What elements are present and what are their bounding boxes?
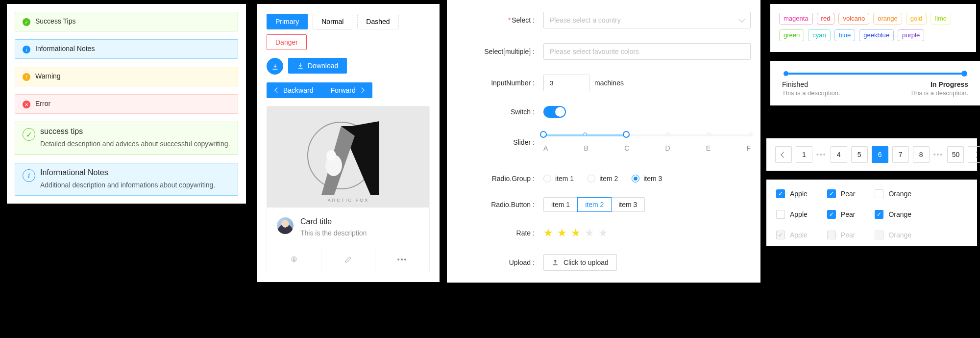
checkbox-orange[interactable]: Orange: [875, 189, 911, 198]
dashed-button[interactable]: Dashed: [357, 14, 398, 29]
card-action-settings[interactable]: [267, 247, 321, 272]
chevron-left-icon: [781, 152, 787, 158]
checkbox-pear[interactable]: ✓Pear: [827, 210, 856, 219]
slider-handle-end[interactable]: [623, 131, 630, 138]
alert-warning: ! Warning: [15, 67, 238, 86]
input-number-suffix: machines: [594, 79, 624, 87]
svg-rect-0: [268, 106, 429, 208]
page-7[interactable]: 7: [892, 146, 909, 163]
upload-icon: [552, 259, 559, 266]
star-icon[interactable]: ★: [557, 227, 567, 239]
alert-message: Error: [35, 100, 50, 107]
star-icon[interactable]: ★: [571, 227, 581, 239]
checkbox-pear[interactable]: ✓Pear: [827, 189, 856, 198]
checkbox-pear-disabled: Pear: [827, 231, 856, 239]
card-actions: •••: [267, 247, 429, 272]
switch[interactable]: [543, 106, 566, 118]
tag-magenta[interactable]: magenta: [779, 13, 813, 25]
tag-volcano[interactable]: volcano: [838, 13, 869, 25]
select-colors[interactable]: Please select favourite colors: [543, 43, 751, 60]
info-circle-icon: i: [23, 169, 35, 182]
upload-button[interactable]: Click to upload: [543, 254, 617, 271]
radio-item-3[interactable]: item 3: [632, 175, 662, 182]
radio-item-1[interactable]: item 1: [543, 175, 574, 182]
alert-success-with-description: ✓ success tips Detailed description and …: [15, 122, 238, 155]
star-icon[interactable]: ★: [543, 227, 553, 239]
primary-button[interactable]: Primary: [267, 14, 308, 29]
checkbox-orange-disabled: Orange: [875, 231, 911, 239]
form-label-radiobutton: Radio.Button: [457, 201, 538, 208]
checkbox-panel: ✓Apple ✓Pear Orange Apple ✓Pear ✓Orange …: [766, 180, 977, 246]
tag-green[interactable]: green: [779, 29, 804, 41]
radio-button-item-3[interactable]: item 3: [611, 198, 644, 211]
backward-button[interactable]: Backward: [267, 82, 322, 98]
radio-button-item-1[interactable]: item 1: [544, 198, 578, 211]
page-8[interactable]: 8: [913, 146, 930, 163]
check-circle-icon: ✓: [23, 18, 30, 26]
card-action-more[interactable]: •••: [375, 247, 429, 272]
alert-message: Warning: [35, 72, 61, 80]
check-circle-icon: ✓: [23, 128, 35, 141]
step-in-progress: In Progress This is a description.: [910, 80, 969, 97]
slider-handle-start[interactable]: [540, 131, 547, 138]
alert-description: Additional description and informations …: [40, 180, 215, 191]
form-label-slider: Slider: [457, 138, 538, 146]
download-icon-button[interactable]: [267, 58, 283, 75]
close-circle-icon: ✕: [23, 101, 30, 108]
page-next[interactable]: [968, 146, 980, 163]
form-label-select: * Select: [457, 16, 538, 24]
alert-error: ✕ Error: [15, 94, 238, 114]
edit-icon: [344, 256, 352, 263]
forward-button[interactable]: Forward: [322, 82, 372, 98]
card-action-edit[interactable]: [321, 247, 376, 272]
tag-geekblue[interactable]: geekblue: [859, 29, 894, 41]
slider-mark: F: [746, 144, 751, 152]
page-50[interactable]: 50: [947, 146, 964, 163]
form-label-radiogroup: Radio.Group: [457, 175, 538, 182]
checkbox-apple[interactable]: ✓Apple: [776, 189, 808, 198]
tag-blue[interactable]: blue: [834, 29, 856, 41]
select-country[interactable]: Please select a country: [543, 12, 751, 28]
download-button[interactable]: Download: [288, 58, 347, 74]
default-button[interactable]: Normal: [313, 14, 352, 29]
svg-point-3: [326, 150, 336, 161]
tag-orange[interactable]: orange: [873, 13, 902, 25]
tag-gold[interactable]: gold: [906, 13, 927, 25]
download-icon: [271, 63, 279, 70]
avatar: [277, 217, 294, 234]
page-1[interactable]: 1: [796, 146, 812, 163]
radio-item-2[interactable]: item 2: [588, 175, 618, 182]
exclamation-circle-icon: !: [23, 73, 30, 81]
danger-button[interactable]: Danger: [267, 34, 307, 50]
slider-mark: B: [584, 144, 588, 152]
page-5[interactable]: 5: [851, 146, 868, 163]
checkbox-apple[interactable]: Apple: [776, 210, 808, 219]
input-number[interactable]: [543, 75, 589, 91]
form-label-inputnumber: InputNumber: [457, 79, 538, 87]
star-icon[interactable]: ★: [585, 227, 594, 239]
page-ellipsis[interactable]: •••: [816, 151, 827, 158]
alert-title: Informational Notes: [40, 168, 215, 177]
star-icon[interactable]: ★: [598, 227, 608, 239]
tag-lime[interactable]: lime: [931, 13, 951, 25]
page-prev[interactable]: [775, 146, 792, 163]
form-label-multiselect: Select[multiple]: [457, 48, 538, 55]
tag-red[interactable]: red: [817, 13, 835, 25]
page-ellipsis[interactable]: •••: [933, 151, 944, 158]
svg-point-5: [293, 259, 295, 260]
gear-icon: [290, 256, 298, 263]
page-6[interactable]: 6: [872, 146, 888, 163]
step-dot-current: [961, 71, 967, 77]
pagination-panel: 1 ••• 4 5 6 7 8 ••• 50: [766, 138, 977, 171]
checkbox-orange[interactable]: ✓Orange: [875, 210, 911, 219]
page-4[interactable]: 4: [831, 146, 847, 163]
form-label-switch: Switch: [457, 108, 538, 116]
alerts-panel: ✓ Success Tips i Informational Notes ! W…: [7, 4, 246, 204]
rate[interactable]: ★ ★ ★ ★ ★: [543, 227, 608, 239]
tag-purple[interactable]: purple: [898, 29, 924, 41]
steps-panel: Finished This is a description. In Progr…: [770, 61, 980, 105]
radio-button-item-2[interactable]: item 2: [577, 197, 612, 212]
tag-cyan[interactable]: cyan: [808, 29, 830, 41]
slider[interactable]: [543, 132, 751, 137]
alert-success: ✓ Success Tips: [15, 12, 238, 31]
